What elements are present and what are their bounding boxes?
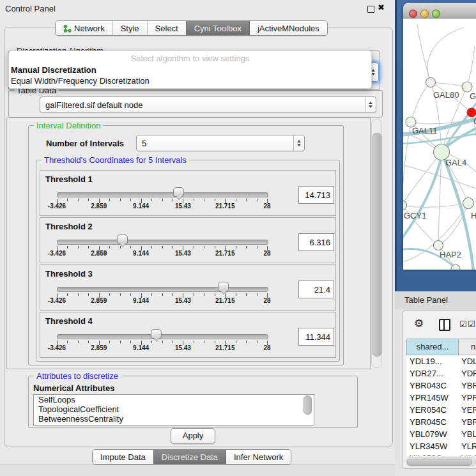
slider-tick: [78, 199, 79, 201]
threshold-value-field[interactable]: 6.316: [298, 233, 334, 251]
tab-network[interactable]: Network: [56, 21, 112, 35]
slider-tick-label: 9.144: [133, 203, 149, 210]
slider-tick: [194, 341, 194, 343]
zoom-traffic-icon[interactable]: [432, 10, 440, 18]
edge-highlighted[interactable]: [403, 153, 442, 241]
slider-tick: [120, 199, 121, 201]
threshold-value-field[interactable]: 14.713: [298, 186, 334, 204]
table-row[interactable]: YBL079WYBL0...: [406, 428, 476, 440]
stepper-icon[interactable]: [365, 97, 376, 112]
network-view-window: GAL80GACGAL11GAL4GCY1HHAP2: [403, 3, 476, 270]
gear-icon[interactable]: ⚙: [414, 317, 424, 330]
slider-track[interactable]: [57, 192, 268, 197]
slider-tick: [67, 293, 68, 296]
vertical-scrollbar-thumb[interactable]: [372, 133, 381, 357]
tab-select[interactable]: Select: [147, 21, 186, 35]
edge[interactable]: [427, 27, 464, 82]
slider-thumb[interactable]: [173, 187, 184, 197]
close-traffic-icon[interactable]: [409, 10, 417, 18]
slider-tick: [246, 246, 247, 249]
node-label: GAL80: [433, 90, 459, 100]
edge[interactable]: [431, 82, 467, 87]
float-window-icon[interactable]: [367, 6, 374, 13]
node[interactable]: [451, 265, 460, 270]
slider-tick-label: 2.859: [91, 203, 107, 210]
column-header[interactable]: shared...: [406, 339, 459, 355]
threshold-value-field[interactable]: 21.4: [298, 280, 334, 298]
numerical-attributes-list[interactable]: SelfLoopsTopologicalCoefficientBetweenne…: [33, 394, 314, 426]
node[interactable]: [467, 108, 476, 117]
table-cell: YER0...: [459, 404, 476, 416]
table-row[interactable]: YPR145WYPR1...: [406, 392, 476, 404]
split-columns-icon[interactable]: [439, 319, 450, 331]
table-row[interactable]: YBR043CYBR0...: [406, 380, 476, 392]
node[interactable]: [403, 201, 407, 210]
tab-cyni-toolbox[interactable]: Cyni Toolbox: [186, 21, 249, 35]
slider-tick-label: 21.715: [215, 297, 235, 304]
slider-thumb[interactable]: [151, 329, 162, 339]
tab-jactivemnodules[interactable]: jActiveMNodules: [249, 21, 327, 35]
minimize-traffic-icon[interactable]: [420, 10, 429, 18]
slider-tick: [120, 293, 121, 296]
network-window-titlebar[interactable]: [403, 3, 476, 19]
slider-tick: [173, 199, 173, 201]
edge[interactable]: [467, 47, 475, 87]
slider-track[interactable]: [57, 334, 268, 339]
tab-label: jActiveMNodules: [257, 24, 319, 33]
slider-thumb[interactable]: [218, 282, 229, 291]
table-cell: YBR0...: [459, 416, 476, 428]
tab-style[interactable]: Style: [112, 21, 147, 35]
slider-tick: [109, 246, 110, 249]
slider-tick: [173, 246, 173, 249]
stepper-icon[interactable]: [293, 135, 304, 151]
table-row[interactable]: YBR045CYBR0...: [406, 416, 476, 428]
threshold-value-field[interactable]: 11.344: [298, 328, 334, 346]
attribute-list-item[interactable]: TopologicalCoefficient: [34, 404, 314, 414]
table-data-combobox[interactable]: galFiltered.sif default node: [40, 96, 376, 113]
slider-tick: [204, 341, 204, 343]
slider-tick-label: 2.859: [91, 250, 107, 257]
tab-discretize-data[interactable]: Discretize Data: [153, 450, 226, 464]
close-icon[interactable]: ✖: [378, 3, 385, 12]
horizontal-scrollbar-thumb[interactable]: [407, 459, 472, 466]
list-scrollbar-thumb[interactable]: [303, 395, 312, 415]
table-cell: YDR27...: [406, 367, 459, 380]
slider-track[interactable]: [57, 287, 268, 292]
slider-tick: [215, 246, 215, 249]
slider-tick: [88, 199, 89, 201]
dropdown-item[interactable]: Equal Width/Frequency Discretization: [11, 75, 369, 86]
table-row[interactable]: YDL19...YDL1...: [406, 355, 476, 367]
column-header[interactable]: na...: [459, 339, 476, 355]
edge[interactable]: [411, 82, 431, 122]
edge[interactable]: [417, 24, 431, 82]
table-cell: YPR1...: [459, 392, 476, 404]
table-row[interactable]: YER054CYER0...: [406, 404, 476, 416]
attribute-list-item[interactable]: BetweennessCentrality: [34, 414, 314, 424]
attribute-list-item[interactable]: SelfLoops: [34, 395, 314, 404]
apply-button[interactable]: Apply: [171, 428, 215, 444]
table-cell: YER054C: [406, 404, 459, 416]
slider-tick: [162, 341, 163, 343]
table-row[interactable]: YLR345WYLR3...: [406, 440, 476, 452]
table-row[interactable]: YDR27...YDR2...: [406, 367, 476, 380]
tab-infer-network[interactable]: Infer Network: [226, 450, 291, 464]
node[interactable]: [426, 78, 436, 88]
node[interactable]: [463, 198, 474, 209]
slider-tick: [130, 199, 131, 201]
node[interactable]: [434, 241, 443, 250]
table-row[interactable]: YIL052CYIL0...: [406, 452, 476, 456]
tab-impute-data[interactable]: Impute Data: [93, 450, 153, 464]
slider-tick: [257, 293, 257, 296]
threshold-label: Threshold 3: [45, 269, 93, 279]
slider-tick-label: 21.715: [215, 250, 235, 257]
node[interactable]: [462, 82, 472, 92]
dropdown-item[interactable]: Manual Discretization: [11, 65, 369, 75]
slider-track[interactable]: [57, 240, 268, 245]
table-cell: YBR043C: [406, 380, 459, 392]
checkbox-icon[interactable]: ☑: [459, 319, 467, 329]
number-of-intervals-combobox[interactable]: 5: [136, 135, 305, 151]
slider-thumb[interactable]: [117, 234, 128, 244]
checkbox-icon[interactable]: ☑: [468, 319, 475, 329]
slider-tick: [151, 246, 152, 249]
network-canvas[interactable]: GAL80GACGAL11GAL4GCY1HHAP2: [403, 19, 476, 270]
